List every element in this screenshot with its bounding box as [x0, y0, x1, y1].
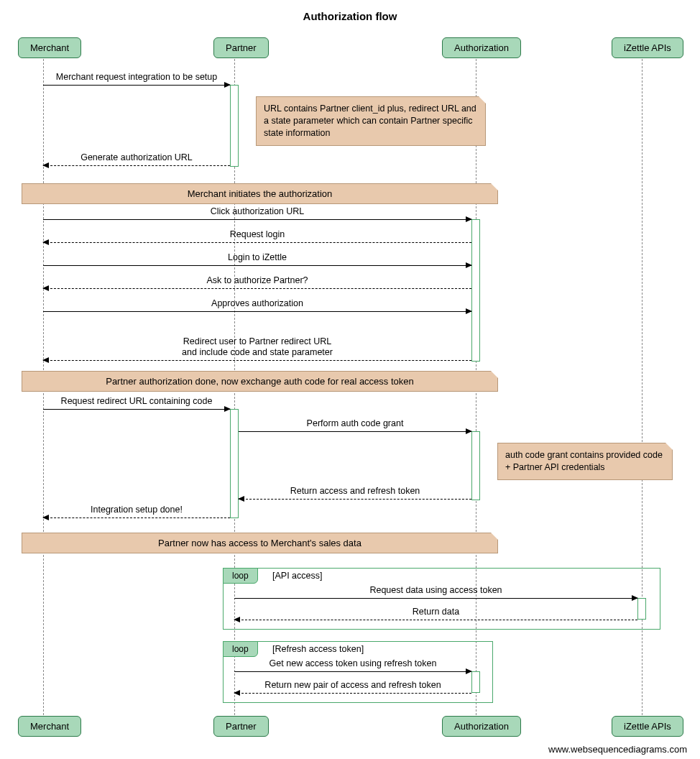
actor-apis-top: iZettle APIs	[612, 37, 683, 58]
msg-return-tokens: Return access and refresh token	[239, 499, 471, 500]
note-grant-contents: auth code grant contains provided code +…	[497, 443, 673, 480]
banner-initiates: Merchant initiates the authorization	[22, 183, 498, 204]
loop-condition-2: [Refresh access token]	[272, 644, 364, 654]
activation-partner-1	[230, 85, 239, 167]
footer-link: www.websequencediagrams.com	[548, 744, 687, 755]
msg-setup-done: Integration setup done!	[43, 518, 230, 518]
loop-refresh-token: loop [Refresh access token]	[223, 641, 493, 703]
activation-partner-2	[230, 409, 239, 518]
diagram-title: Authorization flow	[0, 10, 700, 22]
msg-ask-authorize: Ask to authorize Partner?	[43, 288, 471, 289]
actor-apis-bottom: iZettle APIs	[612, 716, 683, 737]
msg-request-data: Request data using access token	[234, 598, 637, 599]
msg-approves: Approves authorization	[43, 311, 471, 312]
loop-condition-1: [API access]	[272, 571, 322, 581]
msg-request-redirect: Request redirect URL containing code	[43, 409, 230, 410]
msg-redirect: Redirect user to Partner redirect URL an…	[43, 360, 471, 361]
actor-merchant-bottom: Merchant	[18, 716, 81, 737]
actor-partner-bottom: Partner	[213, 716, 269, 737]
loop-api-access: loop [API access]	[223, 568, 660, 630]
activation-authorization-2	[471, 431, 480, 500]
actor-authorization-bottom: Authorization	[442, 716, 521, 737]
msg-auth-code-grant: Perform auth code grant	[239, 431, 471, 432]
msg-return-new-tokens: Return new pair of access and refresh to…	[234, 693, 471, 694]
banner-access: Partner now has access to Merchant's sal…	[22, 533, 498, 553]
actor-partner-top: Partner	[213, 37, 269, 58]
msg-request-integration: Merchant request integration to be setup	[43, 85, 230, 86]
banner-exchange: Partner authorization done, now exchange…	[22, 371, 498, 392]
msg-generate-url: Generate authorization URL	[43, 165, 230, 166]
note-url-contents: URL contains Partner client_id plus, red…	[256, 96, 486, 146]
actor-authorization-top: Authorization	[442, 37, 521, 58]
msg-return-data: Return data	[234, 620, 637, 620]
msg-click-url: Click authorization URL	[43, 219, 471, 220]
loop-keyword-2: loop	[223, 641, 258, 657]
actor-merchant-top: Merchant	[18, 37, 81, 58]
msg-login: Login to iZettle	[43, 265, 471, 266]
loop-keyword-1: loop	[223, 568, 258, 584]
msg-refresh-token: Get new access token using refresh token	[234, 671, 471, 672]
activation-authorization-1	[471, 219, 480, 362]
msg-request-login: Request login	[43, 242, 471, 243]
sequence-diagram: Authorization flow Merchant Partner Auth…	[0, 0, 700, 759]
